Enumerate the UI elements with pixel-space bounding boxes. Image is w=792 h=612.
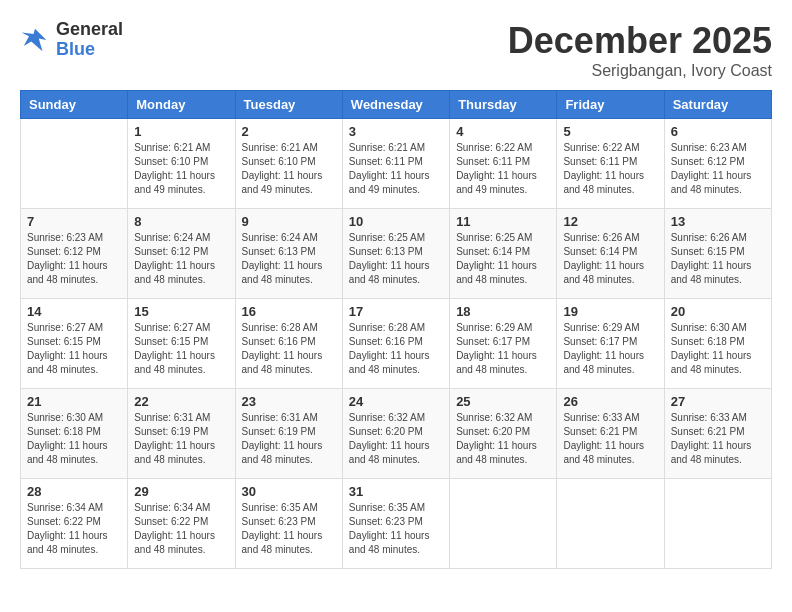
calendar-cell: 20Sunrise: 6:30 AM Sunset: 6:18 PM Dayli…: [664, 299, 771, 389]
header-thursday: Thursday: [450, 91, 557, 119]
day-number: 31: [349, 484, 443, 499]
calendar-cell: 13Sunrise: 6:26 AM Sunset: 6:15 PM Dayli…: [664, 209, 771, 299]
day-number: 12: [563, 214, 657, 229]
day-info: Sunrise: 6:26 AM Sunset: 6:15 PM Dayligh…: [671, 231, 765, 287]
day-info: Sunrise: 6:30 AM Sunset: 6:18 PM Dayligh…: [671, 321, 765, 377]
day-info: Sunrise: 6:28 AM Sunset: 6:16 PM Dayligh…: [349, 321, 443, 377]
header-tuesday: Tuesday: [235, 91, 342, 119]
day-info: Sunrise: 6:21 AM Sunset: 6:10 PM Dayligh…: [134, 141, 228, 197]
day-info: Sunrise: 6:25 AM Sunset: 6:13 PM Dayligh…: [349, 231, 443, 287]
calendar-header-row: SundayMondayTuesdayWednesdayThursdayFrid…: [21, 91, 772, 119]
day-number: 8: [134, 214, 228, 229]
day-info: Sunrise: 6:29 AM Sunset: 6:17 PM Dayligh…: [563, 321, 657, 377]
day-number: 4: [456, 124, 550, 139]
calendar-cell: 17Sunrise: 6:28 AM Sunset: 6:16 PM Dayli…: [342, 299, 449, 389]
day-number: 6: [671, 124, 765, 139]
day-info: Sunrise: 6:31 AM Sunset: 6:19 PM Dayligh…: [134, 411, 228, 467]
day-info: Sunrise: 6:28 AM Sunset: 6:16 PM Dayligh…: [242, 321, 336, 377]
day-info: Sunrise: 6:27 AM Sunset: 6:15 PM Dayligh…: [27, 321, 121, 377]
day-info: Sunrise: 6:24 AM Sunset: 6:13 PM Dayligh…: [242, 231, 336, 287]
day-info: Sunrise: 6:25 AM Sunset: 6:14 PM Dayligh…: [456, 231, 550, 287]
calendar-cell: 14Sunrise: 6:27 AM Sunset: 6:15 PM Dayli…: [21, 299, 128, 389]
logo-blue: Blue: [56, 40, 123, 60]
day-number: 21: [27, 394, 121, 409]
day-number: 22: [134, 394, 228, 409]
calendar-cell: 12Sunrise: 6:26 AM Sunset: 6:14 PM Dayli…: [557, 209, 664, 299]
calendar-cell: 2Sunrise: 6:21 AM Sunset: 6:10 PM Daylig…: [235, 119, 342, 209]
day-info: Sunrise: 6:34 AM Sunset: 6:22 PM Dayligh…: [134, 501, 228, 557]
calendar-cell: 16Sunrise: 6:28 AM Sunset: 6:16 PM Dayli…: [235, 299, 342, 389]
logo: General Blue: [20, 20, 123, 60]
day-number: 7: [27, 214, 121, 229]
calendar-cell: 7Sunrise: 6:23 AM Sunset: 6:12 PM Daylig…: [21, 209, 128, 299]
calendar-cell: [450, 479, 557, 569]
day-info: Sunrise: 6:21 AM Sunset: 6:11 PM Dayligh…: [349, 141, 443, 197]
calendar-cell: 6Sunrise: 6:23 AM Sunset: 6:12 PM Daylig…: [664, 119, 771, 209]
day-number: 30: [242, 484, 336, 499]
calendar-cell: 21Sunrise: 6:30 AM Sunset: 6:18 PM Dayli…: [21, 389, 128, 479]
day-number: 15: [134, 304, 228, 319]
day-number: 26: [563, 394, 657, 409]
day-number: 29: [134, 484, 228, 499]
calendar-cell: 22Sunrise: 6:31 AM Sunset: 6:19 PM Dayli…: [128, 389, 235, 479]
calendar-cell: 25Sunrise: 6:32 AM Sunset: 6:20 PM Dayli…: [450, 389, 557, 479]
calendar-cell: 30Sunrise: 6:35 AM Sunset: 6:23 PM Dayli…: [235, 479, 342, 569]
day-info: Sunrise: 6:23 AM Sunset: 6:12 PM Dayligh…: [671, 141, 765, 197]
day-info: Sunrise: 6:22 AM Sunset: 6:11 PM Dayligh…: [456, 141, 550, 197]
day-info: Sunrise: 6:23 AM Sunset: 6:12 PM Dayligh…: [27, 231, 121, 287]
page-header: General Blue December 2025 Serigbangan, …: [20, 20, 772, 80]
day-number: 13: [671, 214, 765, 229]
calendar-cell: 23Sunrise: 6:31 AM Sunset: 6:19 PM Dayli…: [235, 389, 342, 479]
calendar-cell: 15Sunrise: 6:27 AM Sunset: 6:15 PM Dayli…: [128, 299, 235, 389]
day-info: Sunrise: 6:31 AM Sunset: 6:19 PM Dayligh…: [242, 411, 336, 467]
day-info: Sunrise: 6:33 AM Sunset: 6:21 PM Dayligh…: [671, 411, 765, 467]
calendar-cell: 24Sunrise: 6:32 AM Sunset: 6:20 PM Dayli…: [342, 389, 449, 479]
day-info: Sunrise: 6:33 AM Sunset: 6:21 PM Dayligh…: [563, 411, 657, 467]
day-number: 27: [671, 394, 765, 409]
calendar-cell: 29Sunrise: 6:34 AM Sunset: 6:22 PM Dayli…: [128, 479, 235, 569]
day-number: 5: [563, 124, 657, 139]
calendar-cell: [21, 119, 128, 209]
day-number: 14: [27, 304, 121, 319]
calendar-cell: 5Sunrise: 6:22 AM Sunset: 6:11 PM Daylig…: [557, 119, 664, 209]
day-number: 20: [671, 304, 765, 319]
calendar-cell: [557, 479, 664, 569]
calendar-cell: 4Sunrise: 6:22 AM Sunset: 6:11 PM Daylig…: [450, 119, 557, 209]
day-info: Sunrise: 6:32 AM Sunset: 6:20 PM Dayligh…: [456, 411, 550, 467]
calendar-table: SundayMondayTuesdayWednesdayThursdayFrid…: [20, 90, 772, 569]
logo-general: General: [56, 20, 123, 40]
title-section: December 2025 Serigbangan, Ivory Coast: [508, 20, 772, 80]
calendar-week-4: 21Sunrise: 6:30 AM Sunset: 6:18 PM Dayli…: [21, 389, 772, 479]
header-monday: Monday: [128, 91, 235, 119]
day-number: 28: [27, 484, 121, 499]
calendar-week-5: 28Sunrise: 6:34 AM Sunset: 6:22 PM Dayli…: [21, 479, 772, 569]
day-info: Sunrise: 6:26 AM Sunset: 6:14 PM Dayligh…: [563, 231, 657, 287]
calendar-cell: 11Sunrise: 6:25 AM Sunset: 6:14 PM Dayli…: [450, 209, 557, 299]
day-number: 25: [456, 394, 550, 409]
day-info: Sunrise: 6:21 AM Sunset: 6:10 PM Dayligh…: [242, 141, 336, 197]
logo-icon: [20, 25, 50, 55]
day-number: 23: [242, 394, 336, 409]
calendar-cell: 28Sunrise: 6:34 AM Sunset: 6:22 PM Dayli…: [21, 479, 128, 569]
day-number: 11: [456, 214, 550, 229]
header-saturday: Saturday: [664, 91, 771, 119]
calendar-week-1: 1Sunrise: 6:21 AM Sunset: 6:10 PM Daylig…: [21, 119, 772, 209]
day-info: Sunrise: 6:27 AM Sunset: 6:15 PM Dayligh…: [134, 321, 228, 377]
day-number: 3: [349, 124, 443, 139]
day-number: 19: [563, 304, 657, 319]
calendar-cell: 8Sunrise: 6:24 AM Sunset: 6:12 PM Daylig…: [128, 209, 235, 299]
day-number: 16: [242, 304, 336, 319]
header-friday: Friday: [557, 91, 664, 119]
day-info: Sunrise: 6:22 AM Sunset: 6:11 PM Dayligh…: [563, 141, 657, 197]
header-wednesday: Wednesday: [342, 91, 449, 119]
month-title: December 2025: [508, 20, 772, 62]
calendar-cell: 27Sunrise: 6:33 AM Sunset: 6:21 PM Dayli…: [664, 389, 771, 479]
day-info: Sunrise: 6:34 AM Sunset: 6:22 PM Dayligh…: [27, 501, 121, 557]
header-sunday: Sunday: [21, 91, 128, 119]
day-info: Sunrise: 6:24 AM Sunset: 6:12 PM Dayligh…: [134, 231, 228, 287]
calendar-week-2: 7Sunrise: 6:23 AM Sunset: 6:12 PM Daylig…: [21, 209, 772, 299]
day-info: Sunrise: 6:29 AM Sunset: 6:17 PM Dayligh…: [456, 321, 550, 377]
day-info: Sunrise: 6:35 AM Sunset: 6:23 PM Dayligh…: [349, 501, 443, 557]
day-number: 2: [242, 124, 336, 139]
day-number: 1: [134, 124, 228, 139]
